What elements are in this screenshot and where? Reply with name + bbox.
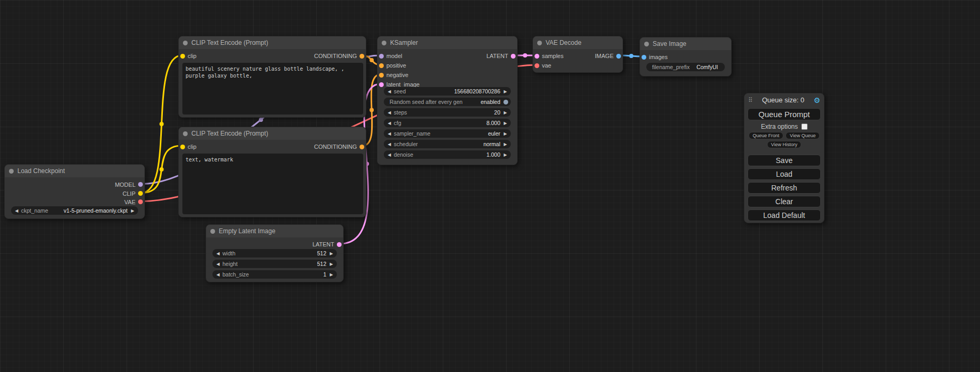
link-midpoint-dot [259, 118, 263, 122]
link-midpoint-dot [370, 58, 374, 62]
input-port-model[interactable] [379, 54, 384, 59]
input-port-vae[interactable] [535, 63, 539, 68]
widget-label: denoise [394, 151, 413, 158]
node-titlebar[interactable]: Load Checkpoint [5, 165, 144, 177]
node-clip-text-encode-negative[interactable]: CLIP Text Encode (Prompt) clip CONDITION… [178, 127, 366, 217]
input-port-clip[interactable] [180, 145, 185, 149]
widget-ckpt-name[interactable]: ◀ ckpt_name v1-5-pruned-emaonly.ckpt ▶ [11, 206, 138, 215]
decrement-arrow-icon[interactable]: ◀ [386, 89, 392, 94]
save-button[interactable]: Save [748, 155, 821, 166]
output-port-latent[interactable] [511, 54, 516, 59]
queue-menu-panel[interactable]: ⠿ Queue size: 0 ⚙ Queue Prompt Extra opt… [744, 93, 824, 223]
node-titlebar[interactable]: KSampler [377, 36, 517, 49]
decrement-arrow-icon[interactable]: ◀ [386, 131, 392, 136]
node-vae-decode[interactable]: VAE Decode samples IMAGE vae [532, 36, 623, 73]
load-button[interactable]: Load [748, 168, 821, 180]
output-port-model[interactable] [138, 182, 143, 187]
decrement-arrow-icon[interactable]: ◀ [215, 262, 221, 266]
queue-front-button[interactable]: Queue Front [749, 132, 784, 139]
increment-arrow-icon[interactable]: ▶ [502, 131, 508, 136]
increment-arrow-icon[interactable]: ▶ [328, 262, 334, 266]
decrement-arrow-icon[interactable]: ◀ [386, 142, 392, 147]
slot-label: LATENT [487, 53, 508, 59]
clear-button[interactable]: Clear [748, 196, 821, 207]
slot-label: negative [386, 72, 409, 78]
widget-scheduler[interactable]: ◀ scheduler normal ▶ [384, 140, 511, 148]
refresh-button[interactable]: Refresh [748, 182, 821, 194]
slot-row: negative [379, 70, 516, 80]
node-titlebar[interactable]: CLIP Text Encode (Prompt) [179, 36, 366, 49]
input-port-samples[interactable] [535, 54, 539, 59]
prompt-textarea[interactable]: beautiful scenery nature glass bottle la… [182, 63, 363, 115]
increment-arrow-icon[interactable]: ▶ [502, 121, 508, 126]
node-titlebar[interactable]: CLIP Text Encode (Prompt) [179, 127, 366, 140]
increment-arrow-icon[interactable]: ▶ [502, 142, 508, 147]
output-port-clip[interactable] [138, 191, 143, 196]
decrement-arrow-icon[interactable]: ◀ [386, 110, 392, 115]
prompt-textarea[interactable]: text, watermark [182, 154, 363, 214]
output-port-vae[interactable] [138, 199, 143, 204]
node-titlebar[interactable]: VAE Decode [533, 36, 623, 49]
widget-value: ComfyUI [696, 64, 718, 70]
node-ksampler[interactable]: KSampler model LATENT positive negative … [377, 36, 518, 165]
increment-arrow-icon[interactable]: ▶ [502, 152, 508, 157]
output-port-conditioning[interactable] [360, 145, 364, 149]
widget-sampler-name[interactable]: ◀ sampler_name euler ▶ [384, 129, 511, 138]
increment-arrow-icon[interactable]: ▶ [130, 208, 135, 213]
node-load-checkpoint[interactable]: Load Checkpoint MODEL CLIP VAE ◀ ckpt_na… [4, 164, 145, 219]
widget-width[interactable]: ◀ width 512 ▶ [212, 249, 337, 257]
decrement-arrow-icon[interactable]: ◀ [386, 152, 392, 157]
node-collapse-dot[interactable] [183, 41, 188, 45]
output-port-conditioning[interactable] [360, 54, 364, 59]
input-port-clip[interactable] [180, 54, 185, 59]
node-collapse-dot[interactable] [644, 42, 649, 46]
output-port-image[interactable] [616, 54, 621, 59]
node-clip-text-encode-positive[interactable]: CLIP Text Encode (Prompt) clip CONDITION… [178, 36, 366, 118]
input-port-negative[interactable] [379, 73, 384, 78]
node-collapse-dot[interactable] [9, 169, 14, 174]
node-empty-latent-image[interactable]: Empty Latent Image LATENT ◀ width 512 ▶ … [206, 224, 344, 282]
widget-steps[interactable]: ◀ steps 20 ▶ [384, 108, 511, 117]
decrement-arrow-icon[interactable]: ◀ [14, 208, 20, 213]
widget-value: 512 [317, 250, 326, 256]
widget-denoise[interactable]: ◀ denoise 1.000 ▶ [384, 150, 511, 159]
node-titlebar[interactable]: Save Image [640, 37, 731, 50]
widget-batch-size[interactable]: ◀ batch_size 1 ▶ [212, 270, 337, 279]
increment-arrow-icon[interactable]: ▶ [328, 251, 334, 256]
menu-header[interactable]: ⠿ Queue size: 0 ⚙ [744, 93, 824, 105]
node-titlebar[interactable]: Empty Latent Image [206, 225, 343, 237]
view-queue-button[interactable]: View Queue [785, 132, 820, 139]
settings-gear-icon[interactable]: ⚙ [813, 97, 820, 104]
slot-label: IMAGE [595, 53, 614, 59]
slot-row: MODEL [6, 180, 143, 189]
widget-seed[interactable]: ◀ seed 156680208700286 ▶ [384, 87, 511, 96]
widget-height[interactable]: ◀ height 512 ▶ [212, 260, 337, 268]
widget-random-seed[interactable]: Random seed after every gen enabled [384, 98, 511, 106]
widget-cfg[interactable]: ◀ cfg 8.000 ▶ [384, 119, 511, 127]
decrement-arrow-icon[interactable]: ◀ [215, 272, 221, 277]
node-collapse-dot[interactable] [382, 41, 386, 45]
node-save-image[interactable]: Save Image images filename_prefix ComfyU… [639, 37, 732, 77]
load-default-button[interactable]: Load Default [748, 209, 821, 221]
input-port-images[interactable] [642, 55, 646, 60]
widget-filename-prefix[interactable]: filename_prefix ComfyUI [646, 63, 725, 71]
drag-handle-icon[interactable]: ⠿ [748, 97, 753, 103]
node-collapse-dot[interactable] [537, 41, 542, 45]
output-port-latent[interactable] [337, 242, 342, 247]
input-port-latent-image[interactable] [379, 82, 384, 87]
view-history-button[interactable]: View History [767, 141, 802, 148]
decrement-arrow-icon[interactable]: ◀ [215, 251, 221, 256]
link-midpoint-dot [629, 54, 634, 58]
queue-prompt-button[interactable]: Queue Prompt [748, 108, 821, 120]
node-collapse-dot[interactable] [210, 229, 215, 234]
queue-size-label: Queue size: 0 [753, 96, 814, 104]
increment-arrow-icon[interactable]: ▶ [328, 272, 334, 277]
increment-arrow-icon[interactable]: ▶ [502, 110, 508, 115]
toggle-indicator[interactable] [503, 100, 508, 104]
extra-options-checkbox[interactable] [801, 123, 808, 130]
widget-label: cfg [394, 120, 401, 126]
node-collapse-dot[interactable] [183, 131, 188, 136]
input-port-positive[interactable] [379, 63, 384, 68]
decrement-arrow-icon[interactable]: ◀ [386, 121, 392, 126]
increment-arrow-icon[interactable]: ▶ [502, 89, 508, 94]
